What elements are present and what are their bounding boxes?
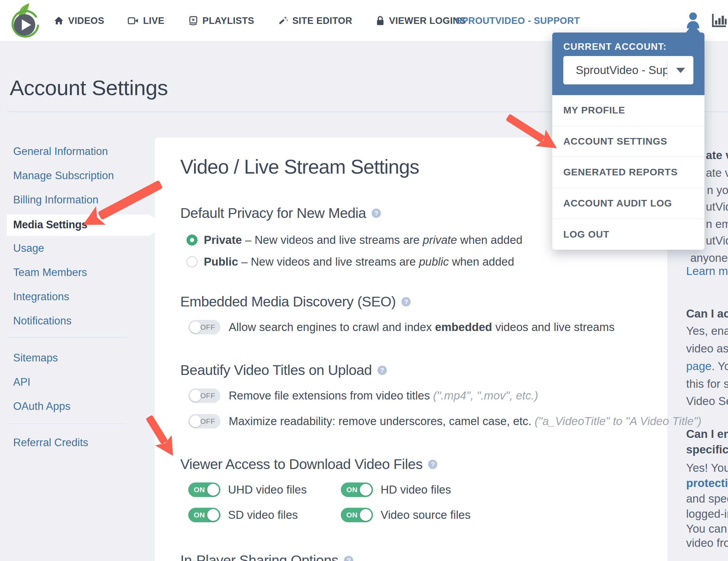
help-icon[interactable]: ? xyxy=(372,209,381,218)
seo-toggle-row: OFF Allow search engines to crawl and in… xyxy=(188,320,615,334)
menu-item-generated-reports[interactable]: GENERATED REPORTS xyxy=(552,157,704,188)
toggle-knob xyxy=(190,415,201,427)
toggle-label: Video source files xyxy=(381,508,471,522)
faq-text-fragment: utVid xyxy=(706,234,728,247)
toggle-state-label: OFF xyxy=(200,388,216,403)
remove-extensions-toggle[interactable]: OFF xyxy=(188,388,220,403)
playlist-icon xyxy=(188,16,198,26)
faq-text-fragment: utVid xyxy=(706,200,728,213)
faq-heading-fragment: Can I ena xyxy=(686,427,728,441)
radio-private-selected[interactable] xyxy=(186,234,198,246)
account-select-value: SproutVideo - Supp... xyxy=(563,64,667,77)
toggle-state-label: OFF xyxy=(200,320,216,334)
faq-protection-link[interactable]: protectio xyxy=(686,477,728,490)
nav-item-viewer-logins[interactable]: VIEWER LOGINS xyxy=(376,16,466,26)
account-select[interactable]: SproutVideo - Supp... xyxy=(563,56,693,84)
help-icon[interactable]: ? xyxy=(428,460,437,469)
toggle-state-label: ON xyxy=(346,508,358,522)
faq-text-fragment: page. You xyxy=(686,360,728,373)
nav-item-site-editor[interactable]: SITE EDITOR xyxy=(278,16,352,26)
sidebar-item-media-settings[interactable]: Media Settings xyxy=(13,219,88,231)
toggle-state-label: OFF xyxy=(200,414,216,429)
nav-item-videos[interactable]: VIDEOS xyxy=(54,16,104,26)
nav-label: VIDEOS xyxy=(68,16,104,26)
toggle-state-label: ON xyxy=(194,482,205,497)
faq-text-fragment: ate vid xyxy=(706,166,728,180)
faq-text-fragment: and speci xyxy=(686,492,728,505)
faq-learn-more-link[interactable]: Learn mo xyxy=(686,265,728,278)
menu-item-log-out[interactable]: LOG OUT xyxy=(552,219,704,250)
section-heading-downloads: Viewer Access to Download Video Files ? xyxy=(180,456,437,472)
sidebar-item-integrations[interactable]: Integrations xyxy=(13,291,69,303)
menu-item-account-settings[interactable]: ACCOUNT SETTINGS xyxy=(552,126,704,157)
sidebar-item-general-information[interactable]: General Information xyxy=(13,145,108,158)
toggle-knob xyxy=(190,390,201,402)
toggle-label: Remove file extensions from video titles… xyxy=(229,389,538,402)
section-heading-text: Viewer Access to Download Video Files xyxy=(180,456,422,472)
toggle-label: SD video files xyxy=(228,508,298,522)
account-dropdown-menu: CURRENT ACCOUNT: SproutVideo - Supp... M… xyxy=(552,33,704,250)
menu-item-account-audit-log[interactable]: ACCOUNT AUDIT LOG xyxy=(552,188,704,219)
sidebar-item-sitemaps[interactable]: Sitemaps xyxy=(13,352,58,364)
privacy-option-private: Private – New videos and live streams ar… xyxy=(186,233,522,247)
sidebar-item-referral-credits[interactable]: Referral Credits xyxy=(13,436,88,449)
sidebar-divider xyxy=(7,424,126,424)
home-icon xyxy=(54,16,64,26)
chevron-down-icon xyxy=(676,68,685,73)
account-person-icon[interactable] xyxy=(686,12,700,31)
toggle-knob xyxy=(360,484,372,496)
maximize-readability-toggle[interactable]: OFF xyxy=(188,414,220,429)
faq-text-fragment: anyone xyxy=(690,251,728,265)
source-toggle[interactable]: ON xyxy=(341,508,373,522)
sidebar-item-manage-subscription[interactable]: Manage Subscription xyxy=(13,169,114,182)
menu-item-my-profile[interactable]: MY PROFILE xyxy=(552,95,704,126)
help-icon[interactable]: ? xyxy=(344,556,353,561)
nav-item-playlists[interactable]: PLAYLISTS xyxy=(188,16,254,26)
faq-text-fragment: You can a xyxy=(686,522,728,535)
download-toggle-source: ON Video source files xyxy=(341,508,471,522)
radio-public-unselected[interactable] xyxy=(186,256,198,267)
radio-label: Public – New videos and live streams are… xyxy=(204,255,514,268)
lock-icon xyxy=(376,16,385,26)
section-heading-default-privacy: Default Privacy for New Media ? xyxy=(180,205,381,221)
magic-wand-icon xyxy=(278,16,288,26)
camera-icon xyxy=(128,17,139,25)
toggle-label: Allow search engines to crawl and index … xyxy=(229,321,615,334)
radio-label: Private – New videos and live streams ar… xyxy=(204,233,522,247)
sidebar-item-notifications[interactable]: Notifications xyxy=(13,315,72,327)
faq-heading-fragment: ate v xyxy=(706,149,728,162)
sidebar-item-billing-information[interactable]: Billing Information xyxy=(13,194,98,206)
toggle-label: Maximize readability: remove underscores… xyxy=(229,415,701,428)
sidebar-item-team-members[interactable]: Team Members xyxy=(13,266,87,279)
sidebar-item-oauth-apps[interactable]: OAuth Apps xyxy=(13,400,70,413)
seo-crawl-toggle[interactable]: OFF xyxy=(188,320,220,334)
nav-label: LIVE xyxy=(143,16,164,26)
section-heading-text: In-Player Sharing Options xyxy=(180,552,338,561)
hd-toggle[interactable]: ON xyxy=(341,482,373,497)
faq-text-fragment: n emb xyxy=(706,218,728,231)
section-heading-seo: Embedded Media Discovery (SEO) ? xyxy=(180,294,411,310)
sidebar-divider xyxy=(7,337,126,338)
help-icon[interactable]: ? xyxy=(377,366,387,375)
beautify-row-extensions: OFF Remove file extensions from video ti… xyxy=(188,388,538,403)
sd-toggle[interactable]: ON xyxy=(188,508,220,522)
help-icon[interactable]: ? xyxy=(401,297,411,306)
toggle-knob xyxy=(207,509,219,521)
nav-item-live[interactable]: LIVE xyxy=(128,16,164,26)
section-heading-text: Embedded Media Discovery (SEO) xyxy=(180,294,396,310)
beautify-row-readability: OFF Maximize readability: remove undersc… xyxy=(188,414,701,429)
toggle-state-label: ON xyxy=(346,482,358,497)
toggle-knob xyxy=(207,484,219,496)
faq-text-fragment: this for se xyxy=(686,377,728,390)
faq-page-link[interactable]: page xyxy=(686,360,711,373)
page-title: Account Settings xyxy=(10,75,168,100)
sproutvideo-logo-icon[interactable] xyxy=(8,3,42,39)
sidebar-item-api[interactable]: API xyxy=(13,376,30,388)
sidebar-item-usage[interactable]: Usage xyxy=(13,242,44,255)
uhd-toggle[interactable]: ON xyxy=(188,482,220,497)
toggle-knob xyxy=(360,509,372,521)
faq-text-fragment: video fro xyxy=(686,536,728,550)
faq-heading-fragment: specific u xyxy=(686,443,728,456)
account-select-caret-button[interactable] xyxy=(667,60,693,80)
stats-bar-chart-icon[interactable] xyxy=(711,13,727,30)
